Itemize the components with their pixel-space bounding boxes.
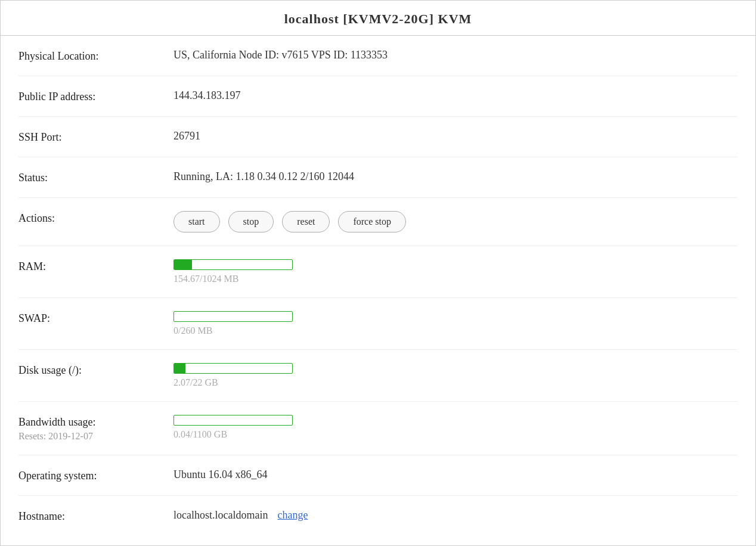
row-physical-location: Physical Location:US, California Node ID… (18, 36, 738, 76)
label-actions: Actions: (18, 211, 173, 225)
page-title: localhost [KVMV2-20G] KVM (1, 1, 755, 36)
value-swap: 0/260 MB (173, 311, 738, 336)
row-public-ip: Public IP address:144.34.183.197 (18, 76, 738, 117)
progress-bar-ram (173, 259, 293, 270)
progress-label-ram: 154.67/1024 MB (173, 274, 738, 284)
row-actions: Actions:startstopresetforce stop (18, 198, 738, 246)
hostname-change-link[interactable]: change (277, 509, 308, 521)
progress-label-swap: 0/260 MB (173, 325, 738, 336)
row-disk: Disk usage (/):2.07/22 GB (18, 350, 738, 402)
reset-button[interactable]: reset (282, 211, 330, 232)
value-bandwidth: 0.04/1100 GB (173, 415, 738, 440)
row-bandwidth: Bandwidth usage:Resets: 2019-12-070.04/1… (18, 402, 738, 455)
hostname-value: localhost.localdomain (173, 509, 268, 521)
value-hostname: localhost.localdomainchange (173, 509, 738, 522)
label-ssh-port: SSH Port: (18, 130, 173, 144)
force-stop-button[interactable]: force stop (338, 211, 406, 232)
label-status: Status: (18, 170, 173, 184)
value-actions: startstopresetforce stop (173, 211, 738, 232)
label-bandwidth: Bandwidth usage:Resets: 2019-12-07 (18, 415, 173, 442)
row-status: Status:Running, LA: 1.18 0.34 0.12 2/160… (18, 157, 738, 198)
value-ram: 154.67/1024 MB (173, 259, 738, 284)
main-container: localhost [KVMV2-20G] KVM Physical Locat… (0, 0, 756, 546)
value-os: Ubuntu 16.04 x86_64 (173, 469, 738, 481)
start-button[interactable]: start (173, 211, 220, 232)
value-status: Running, LA: 1.18 0.34 0.12 2/160 12044 (173, 170, 738, 183)
row-ssh-port: SSH Port:26791 (18, 117, 738, 157)
label-disk: Disk usage (/): (18, 363, 173, 377)
row-hostname: Hostname:localhost.localdomainchange (18, 496, 738, 536)
row-os: Operating system:Ubuntu 16.04 x86_64 (18, 455, 738, 496)
row-ram: RAM:154.67/1024 MB (18, 246, 738, 298)
stop-button[interactable]: stop (228, 211, 274, 232)
info-section: Physical Location:US, California Node ID… (1, 36, 755, 536)
value-disk: 2.07/22 GB (173, 363, 738, 388)
actions-group: startstopresetforce stop (173, 211, 738, 232)
label-hostname: Hostname: (18, 509, 173, 523)
value-ssh-port: 26791 (173, 130, 738, 142)
sub-label-bandwidth: Resets: 2019-12-07 (18, 431, 173, 442)
label-ram: RAM: (18, 259, 173, 273)
label-os: Operating system: (18, 469, 173, 482)
progress-label-disk: 2.07/22 GB (173, 377, 738, 388)
label-physical-location: Physical Location: (18, 49, 173, 63)
value-physical-location: US, California Node ID: v7615 VPS ID: 11… (173, 49, 738, 61)
progress-bar-disk (173, 363, 293, 374)
progress-bar-bandwidth (173, 415, 293, 426)
label-public-ip: Public IP address: (18, 89, 173, 103)
row-swap: SWAP:0/260 MB (18, 298, 738, 350)
progress-label-bandwidth: 0.04/1100 GB (173, 429, 738, 440)
progress-bar-swap (173, 311, 293, 322)
label-swap: SWAP: (18, 311, 173, 325)
progress-fill-disk (174, 364, 185, 373)
progress-fill-ram (174, 260, 192, 269)
value-public-ip: 144.34.183.197 (173, 89, 738, 102)
